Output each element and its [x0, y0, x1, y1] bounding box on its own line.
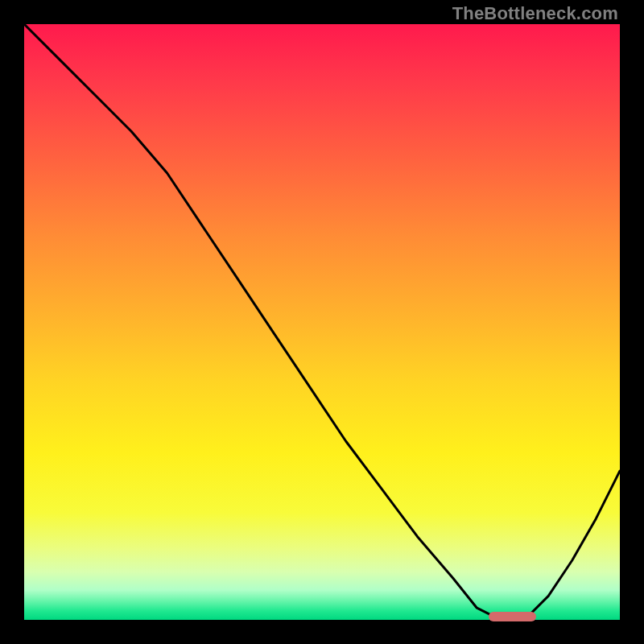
chart-container: TheBottleneck.com: [0, 0, 644, 644]
optimal-range-marker: [489, 612, 536, 621]
watermark-text: TheBottleneck.com: [452, 3, 618, 24]
bottleneck-curve: [24, 24, 620, 620]
chart-curve-svg: [24, 24, 620, 620]
